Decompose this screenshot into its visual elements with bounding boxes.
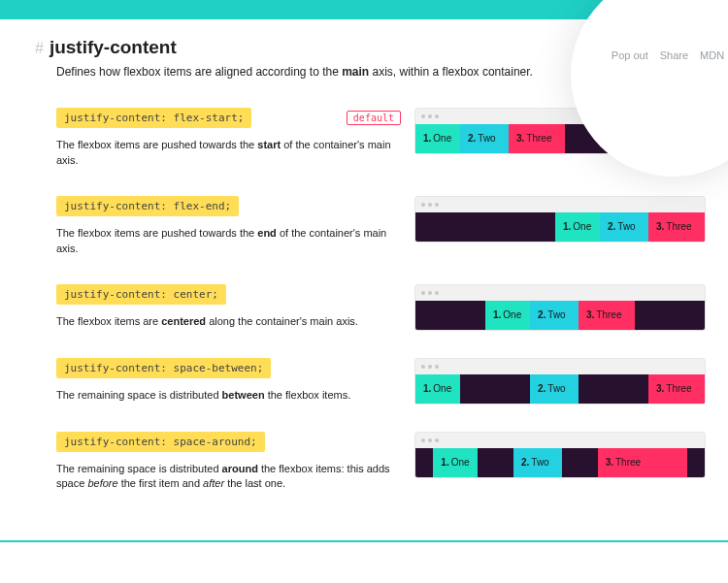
item-num: 1. bbox=[493, 309, 501, 320]
example-space-between: justify-content: space-between; The rema… bbox=[56, 358, 701, 405]
item-label: One bbox=[451, 457, 470, 468]
example-flex-end: justify-content: flex-end; The flexbox i… bbox=[56, 196, 701, 257]
flex-item-one: 1. One bbox=[415, 374, 460, 404]
flex-container: 1. One 2. Two 3. Three bbox=[415, 212, 705, 242]
item-num: 3. bbox=[656, 221, 664, 232]
example-description: The flexbox items are pushed towards the… bbox=[56, 138, 401, 169]
desc-pre: The flexbox items are pushed towards the bbox=[56, 139, 257, 150]
subtitle-post: axis, within a flexbox container. bbox=[369, 65, 533, 79]
item-num: 2. bbox=[608, 221, 615, 232]
code-line: justify-content: flex-end; bbox=[56, 196, 401, 216]
code-snippet: justify-content: center; bbox=[56, 284, 226, 305]
circle-menu-items: Pop out Share MDN bbox=[612, 49, 724, 61]
flex-item-two: 2. Two bbox=[460, 124, 509, 153]
desc-em1: before bbox=[87, 477, 117, 489]
item-num: 1. bbox=[423, 383, 431, 394]
window-dots-icon bbox=[415, 285, 705, 301]
code-line: justify-content: flex-start; default bbox=[56, 108, 401, 128]
item-num: 3. bbox=[606, 457, 613, 468]
code-line: justify-content: center; bbox=[56, 284, 401, 305]
flex-container: 1. One 2. Two 3. Three bbox=[415, 448, 705, 477]
item-num: 2. bbox=[538, 309, 546, 320]
mdn-link[interactable]: MDN bbox=[700, 49, 724, 61]
example-text: justify-content: space-around; The remai… bbox=[56, 432, 401, 493]
item-num: 1. bbox=[423, 133, 431, 144]
flex-container: 1. One 2. Two 3. Three bbox=[415, 374, 705, 404]
share-link[interactable]: Share bbox=[660, 49, 688, 61]
page-container: Pop out Share MDN #justify-content Defin… bbox=[0, 19, 728, 540]
desc-post: the flexbox items. bbox=[265, 389, 351, 401]
desc-em2: after bbox=[203, 477, 224, 489]
item-label: Two bbox=[547, 383, 565, 394]
desc-end: the last one. bbox=[224, 477, 285, 489]
examples-list: justify-content: flex-start; default The… bbox=[56, 108, 701, 493]
code-line: justify-content: space-between; bbox=[56, 358, 401, 378]
preview-frame: 1. One 2. Two 3. Three bbox=[414, 358, 706, 405]
flex-item-three: 3. Three bbox=[598, 448, 687, 477]
bottom-accent-bar bbox=[0, 540, 728, 542]
flex-item-one: 1. One bbox=[555, 212, 600, 242]
item-num: 3. bbox=[656, 383, 664, 394]
desc-bold: start bbox=[257, 139, 281, 150]
item-num: 2. bbox=[468, 133, 476, 144]
item-label: Three bbox=[526, 133, 551, 144]
code-snippet: justify-content: flex-start; bbox=[56, 108, 251, 128]
default-badge: default bbox=[347, 111, 401, 125]
preview-frame: 1. One 2. Two 3. Three bbox=[414, 284, 706, 331]
example-preview: 1. One 2. Two 3. Three bbox=[414, 284, 706, 331]
flex-item-two: 2. Two bbox=[600, 212, 648, 242]
desc-bold: between bbox=[222, 389, 265, 401]
item-num: 2. bbox=[538, 383, 546, 394]
item-label: Two bbox=[547, 309, 565, 320]
item-label: Three bbox=[596, 309, 621, 320]
item-num: 3. bbox=[586, 309, 594, 320]
flex-item-two: 2. Two bbox=[513, 448, 562, 477]
item-label: One bbox=[433, 383, 451, 394]
item-label: Two bbox=[478, 133, 495, 144]
desc-pre: The flexbox items are bbox=[56, 315, 161, 327]
item-label: Two bbox=[531, 457, 548, 468]
desc-mid: the first item and bbox=[118, 477, 203, 489]
example-preview: 1. One 2. Two 3. Three bbox=[414, 196, 706, 243]
code-snippet: justify-content: space-around; bbox=[56, 432, 265, 452]
code-snippet: justify-content: space-between; bbox=[56, 358, 271, 378]
window-dots-icon bbox=[415, 359, 705, 374]
subtitle-bold: main bbox=[342, 65, 369, 79]
preview-frame: 1. One 2. Two 3. Three bbox=[414, 196, 706, 243]
desc-pre: The flexbox items are pushed towards the bbox=[56, 227, 257, 239]
example-description: The flexbox items are pushed towards the… bbox=[56, 226, 401, 257]
example-preview: 1. One 2. Two 3. Three bbox=[414, 358, 706, 405]
subtitle-pre: Defines how flexbox items are aligned ac… bbox=[56, 65, 342, 79]
flex-item-three: 3. Three bbox=[509, 124, 565, 153]
flex-item-three: 3. Three bbox=[648, 212, 705, 242]
desc-pre: The remaining space is distributed bbox=[56, 389, 222, 401]
example-text: justify-content: center; The flexbox ite… bbox=[56, 284, 401, 330]
popout-link[interactable]: Pop out bbox=[612, 49, 648, 61]
example-space-around: justify-content: space-around; The remai… bbox=[56, 432, 701, 493]
item-label: One bbox=[503, 309, 521, 320]
example-text: justify-content: flex-end; The flexbox i… bbox=[56, 196, 401, 257]
example-description: The flexbox items are centered along the… bbox=[56, 314, 401, 330]
flex-item-two: 2. Two bbox=[530, 301, 579, 330]
flex-item-three: 3. Three bbox=[579, 301, 635, 330]
example-description: The remaining space is distributed aroun… bbox=[56, 462, 401, 493]
desc-bold: around bbox=[222, 463, 258, 474]
desc-pre: The remaining space is distributed bbox=[56, 463, 222, 474]
item-num: 1. bbox=[563, 221, 571, 232]
item-label: One bbox=[433, 133, 451, 144]
code-snippet: justify-content: flex-end; bbox=[56, 196, 239, 216]
example-preview: 1. One 2. Two 3. Three bbox=[414, 432, 706, 478]
item-label: Two bbox=[617, 221, 635, 232]
hash-icon: # bbox=[35, 40, 44, 56]
item-label: Three bbox=[666, 221, 691, 232]
example-center: justify-content: center; The flexbox ite… bbox=[56, 284, 701, 331]
window-dots-icon bbox=[415, 433, 705, 448]
flex-item-one: 1. One bbox=[415, 124, 460, 153]
item-label: Three bbox=[615, 457, 641, 468]
preview-frame: 1. One 2. Two 3. Three bbox=[414, 432, 706, 478]
item-num: 1. bbox=[441, 457, 448, 468]
desc-bold: centered bbox=[161, 315, 206, 327]
item-num: 3. bbox=[516, 133, 524, 144]
flex-container: 1. One 2. Two 3. Three bbox=[415, 301, 705, 330]
code-line: justify-content: space-around; bbox=[56, 432, 401, 452]
